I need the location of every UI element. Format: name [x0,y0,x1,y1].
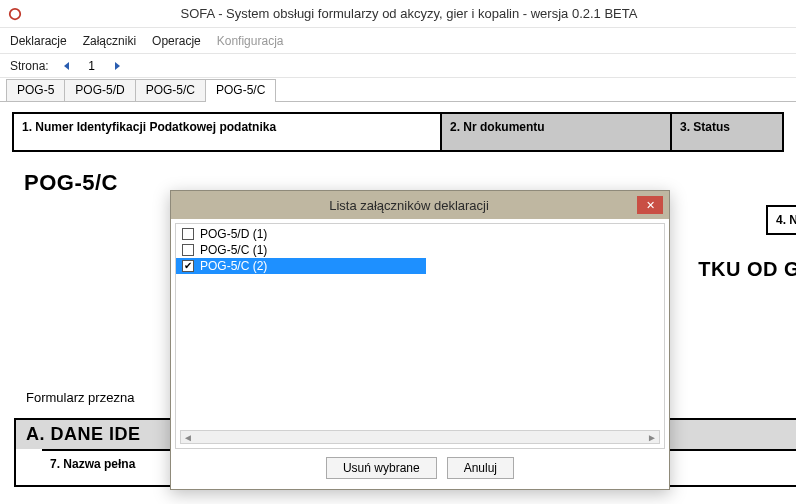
tabstrip: POG-5 POG-5/D POG-5/C POG-5/C [0,78,796,102]
tab-pog5c-1[interactable]: POG-5/C [135,79,206,101]
attachments-dialog: Lista załączników deklaracji ✕ POG-5/D (… [170,190,670,490]
dialog-body: POG-5/D (1) POG-5/C (1) ✔ POG-5/C (2) ◄ … [175,223,665,449]
scroll-left-icon[interactable]: ◄ [183,432,193,443]
attachments-list[interactable]: POG-5/D (1) POG-5/C (1) ✔ POG-5/C (2) [176,224,664,276]
list-item-label: POG-5/D (1) [200,227,267,241]
list-item-label: POG-5/C (1) [200,243,267,257]
list-item-label: POG-5/C (2) [200,259,267,273]
pager-next-icon[interactable] [109,58,125,74]
pager: Strona: 1 [0,54,796,78]
menu-operacje[interactable]: Operacje [152,34,201,48]
menu-konfiguracja: Konfiguracja [217,34,284,48]
tab-pog5d[interactable]: POG-5/D [64,79,135,101]
heading-cut: TKU OD GIEI [698,258,796,281]
app-icon [8,7,22,21]
pager-prev-icon[interactable] [59,58,75,74]
header-row: 1. Numer Identyfikacji Podatkowej podatn… [12,112,784,152]
form-description: Formularz przezna [26,390,134,405]
menu-deklaracje[interactable]: Deklaracje [10,34,67,48]
dialog-titlebar[interactable]: Lista załączników deklaracji ✕ [171,191,669,219]
scroll-right-icon[interactable]: ► [647,432,657,443]
cell-nr-dokumentu: 2. Nr dokumentu [442,114,672,150]
menubar: Deklaracje Załączniki Operacje Konfigura… [0,28,796,54]
checkbox[interactable]: ✔ [182,260,194,272]
close-icon: ✕ [646,199,655,212]
dialog-footer: Usuń wybrane Anuluj [171,453,669,489]
window-title: SOFA - System obsługi formularzy od akcy… [30,6,788,21]
cell-nip: 1. Numer Identyfikacji Podatkowej podatn… [14,114,442,150]
pager-page-number: 1 [85,59,99,73]
svg-marker-1 [64,62,69,70]
titlebar: SOFA - System obsługi formularzy od akcy… [0,0,796,28]
list-item[interactable]: ✔ POG-5/C (2) [176,258,426,274]
svg-point-0 [10,8,21,19]
list-item[interactable]: POG-5/C (1) [176,242,664,258]
checkbox[interactable] [182,244,194,256]
dialog-title: Lista załączników deklaracji [181,198,637,213]
delete-selected-button[interactable]: Usuń wybrane [326,457,437,479]
cancel-button[interactable]: Anuluj [447,457,514,479]
pager-label: Strona: [10,59,49,73]
tab-pog5c-2[interactable]: POG-5/C [205,79,276,102]
dialog-close-button[interactable]: ✕ [637,196,663,214]
cell-status: 3. Status [672,114,782,150]
menu-zalaczniki[interactable]: Załączniki [83,34,136,48]
list-item[interactable]: POG-5/D (1) [176,226,664,242]
checkbox[interactable] [182,228,194,240]
svg-marker-2 [115,62,120,70]
side-box-4: 4. N [766,205,796,235]
document-area: 1. Numer Identyfikacji Podatkowej podatn… [0,102,796,196]
horizontal-scrollbar[interactable]: ◄ ► [180,430,660,444]
tab-pog5[interactable]: POG-5 [6,79,65,101]
